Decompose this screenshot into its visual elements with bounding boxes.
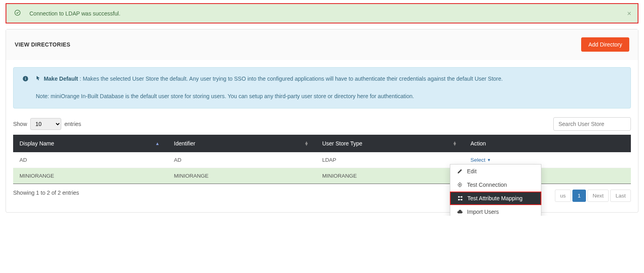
info-body: : Makes the selected User Store the defa… xyxy=(80,76,503,82)
add-directory-button[interactable]: Add Directory xyxy=(581,37,629,52)
svg-rect-7 xyxy=(461,199,463,201)
mapping-icon xyxy=(457,196,463,201)
pagination: us 1 Next Last xyxy=(555,190,631,202)
check-circle-icon xyxy=(14,10,21,17)
table-controls: Show 10 entries xyxy=(13,117,631,131)
select-dropdown-trigger[interactable]: Select ▼ xyxy=(471,157,491,163)
page-prev[interactable]: us xyxy=(555,190,571,202)
search-input[interactable] xyxy=(553,117,631,131)
cursor-icon xyxy=(36,75,41,83)
info-text: Make Default : Makes the selected User S… xyxy=(36,75,622,101)
cell-display: MINIORANGE xyxy=(13,168,167,184)
page-title: VIEW DIRECTORIES xyxy=(15,41,70,48)
info-icon: i xyxy=(22,76,29,83)
edit-icon xyxy=(457,168,463,174)
svg-rect-4 xyxy=(458,196,460,198)
dd-test-connection[interactable]: Test Connection xyxy=(450,178,541,192)
svg-point-0 xyxy=(15,10,20,15)
success-alert: Connection to LDAP was successful. × xyxy=(6,3,638,23)
cell-display: AD xyxy=(13,152,167,168)
action-dropdown: Edit Test Connection Test Attribute Mapp… xyxy=(450,164,541,216)
dd-test-attribute-mapping[interactable]: Test Attribute Mapping xyxy=(450,192,541,205)
showing-text: Showing 1 to 2 of 2 entries xyxy=(13,190,79,196)
entries-select[interactable]: 10 xyxy=(30,118,61,130)
panel-header: VIEW DIRECTORIES Add Directory xyxy=(6,29,638,60)
page-last[interactable]: Last xyxy=(610,190,631,202)
gear-icon xyxy=(457,182,463,188)
close-icon[interactable]: × xyxy=(627,9,631,17)
show-label: Show xyxy=(13,121,27,127)
make-default-label: Make Default xyxy=(44,76,78,82)
svg-point-3 xyxy=(459,184,461,186)
svg-rect-6 xyxy=(458,199,460,201)
col-display[interactable]: Display Name ▲ xyxy=(13,135,167,152)
page-next[interactable]: Next xyxy=(588,190,609,202)
sort-icon: ▲▼ xyxy=(453,141,457,145)
col-type[interactable]: User Store Type ▲▼ xyxy=(316,135,464,152)
info-note: Note: miniOrange In-Built Database is th… xyxy=(36,92,622,101)
page-1[interactable]: 1 xyxy=(572,190,586,202)
alert-text: Connection to LDAP was successful. xyxy=(29,10,121,17)
cell-identifier: AD xyxy=(167,152,316,168)
col-action: Action xyxy=(464,135,631,152)
cell-type: LDAP xyxy=(316,152,464,168)
sort-asc-icon: ▲ xyxy=(155,141,160,146)
entries-label: entries xyxy=(64,121,81,127)
sort-icon: ▲▼ xyxy=(304,141,309,145)
caret-down-icon: ▼ xyxy=(487,158,491,162)
cloud-download-icon xyxy=(457,209,463,215)
dd-import-users[interactable]: Import Users xyxy=(450,205,541,216)
svg-text:i: i xyxy=(25,77,26,81)
dd-edit[interactable]: Edit xyxy=(450,165,541,178)
cell-type: MINIORANGE xyxy=(316,168,464,184)
directories-panel: VIEW DIRECTORIES Add Directory i Make De… xyxy=(6,29,638,213)
col-identifier[interactable]: Identifier ▲▼ xyxy=(167,135,316,152)
svg-rect-5 xyxy=(461,196,463,198)
info-box: i Make Default : Makes the selected User… xyxy=(13,67,631,108)
cell-identifier: MINIORANGE xyxy=(167,168,316,184)
